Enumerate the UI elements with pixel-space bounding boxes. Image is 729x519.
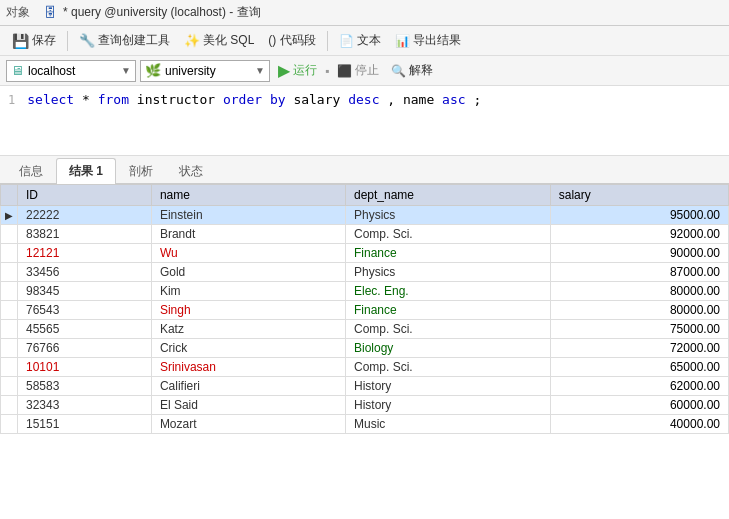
text-button[interactable]: 📄 文本: [333, 29, 387, 52]
sep1: [67, 31, 68, 51]
row-marker: [1, 301, 18, 320]
row-marker: [1, 225, 18, 244]
table-row[interactable]: 76766CrickBiology72000.00: [1, 339, 729, 358]
cell-salary: 95000.00: [550, 206, 728, 225]
query-line-1: 1 select * from instructor order by sala…: [8, 90, 721, 111]
kw-from: from: [98, 92, 129, 107]
header-name[interactable]: name: [151, 185, 345, 206]
db-value: university: [165, 64, 216, 78]
results-container[interactable]: ID name dept_name salary ▶22222EinsteinP…: [0, 184, 729, 519]
cell-name: Gold: [151, 263, 345, 282]
cell-salary: 65000.00: [550, 358, 728, 377]
cell-id: 22222: [18, 206, 152, 225]
cell-id: 76543: [18, 301, 152, 320]
result-tabs: 信息 结果 1 剖析 状态: [0, 156, 729, 184]
table-header-row: ID name dept_name salary: [1, 185, 729, 206]
kw-order: order: [223, 92, 262, 107]
cell-salary: 60000.00: [550, 396, 728, 415]
header-salary[interactable]: salary: [550, 185, 728, 206]
title-bar-content: 对象 🗄 * query @university (localhost) - 查…: [6, 4, 261, 21]
tab-result1[interactable]: 结果 1: [56, 158, 116, 184]
cell-name: El Said: [151, 396, 345, 415]
cell-salary: 75000.00: [550, 320, 728, 339]
cell-dept: Comp. Sci.: [345, 358, 550, 377]
query-builder-icon: 🔧: [79, 33, 95, 48]
table-row[interactable]: ▶22222EinsteinPhysics95000.00: [1, 206, 729, 225]
table-row[interactable]: 33456GoldPhysics87000.00: [1, 263, 729, 282]
cell-name: Katz: [151, 320, 345, 339]
cell-salary: 72000.00: [550, 339, 728, 358]
cell-dept: History: [345, 396, 550, 415]
table-row[interactable]: 15151MozartMusic40000.00: [1, 415, 729, 434]
cell-name: Kim: [151, 282, 345, 301]
beautify-button[interactable]: ✨ 美化 SQL: [178, 29, 260, 52]
query-editor[interactable]: 1 select * from instructor order by sala…: [0, 86, 729, 156]
cell-dept: Comp. Sci.: [345, 320, 550, 339]
cell-name: Mozart: [151, 415, 345, 434]
stop-button[interactable]: ⬛ 停止: [333, 60, 383, 81]
play-icon: ▶: [278, 61, 290, 80]
cell-id: 32343: [18, 396, 152, 415]
row-marker: [1, 244, 18, 263]
cell-id: 98345: [18, 282, 152, 301]
cell-dept: Comp. Sci.: [345, 225, 550, 244]
table-row[interactable]: 45565KatzComp. Sci.75000.00: [1, 320, 729, 339]
cell-dept: History: [345, 377, 550, 396]
row-marker: [1, 282, 18, 301]
row-marker: [1, 339, 18, 358]
host-selector[interactable]: 🖥 localhost ▼: [6, 60, 136, 82]
kw-asc: asc: [442, 92, 465, 107]
row-marker: [1, 377, 18, 396]
wand-icon: ✨: [184, 33, 200, 48]
cell-name: Srinivasan: [151, 358, 345, 377]
db-selector-icon: 🌿: [145, 63, 161, 78]
cell-dept: Physics: [345, 263, 550, 282]
main-content: 信息 结果 1 剖析 状态 ID name dept_name salary ▶…: [0, 156, 729, 519]
connection-bar: 🖥 localhost ▼ 🌿 university ▼ ▶ 运行 ▪ ⬛ 停止…: [0, 56, 729, 86]
export-button[interactable]: 📊 导出结果: [389, 29, 467, 52]
table-row[interactable]: 12121WuFinance90000.00: [1, 244, 729, 263]
kw-desc: desc: [348, 92, 379, 107]
cell-name: Singh: [151, 301, 345, 320]
row-marker: [1, 263, 18, 282]
cell-id: 45565: [18, 320, 152, 339]
code-block-button[interactable]: () 代码段: [262, 29, 321, 52]
tab-status[interactable]: 状态: [166, 158, 216, 184]
cell-id: 76766: [18, 339, 152, 358]
cell-name: Crick: [151, 339, 345, 358]
cell-dept: Music: [345, 415, 550, 434]
query-builder-button[interactable]: 🔧 查询创建工具: [73, 29, 176, 52]
host-icon: 🖥: [11, 63, 24, 78]
save-button[interactable]: 💾 保存: [6, 29, 62, 52]
table-row[interactable]: 98345KimElec. Eng.80000.00: [1, 282, 729, 301]
tab-profile[interactable]: 剖析: [116, 158, 166, 184]
cell-id: 83821: [18, 225, 152, 244]
explain-button[interactable]: 🔍 解释: [387, 60, 437, 81]
explain-icon: 🔍: [391, 64, 406, 78]
tab-info[interactable]: 信息: [6, 158, 56, 184]
separator-dot: ▪: [325, 64, 329, 78]
cell-id: 10101: [18, 358, 152, 377]
cell-salary: 40000.00: [550, 415, 728, 434]
run-button[interactable]: ▶ 运行: [274, 59, 321, 82]
header-dept[interactable]: dept_name: [345, 185, 550, 206]
line-number: 1: [8, 91, 15, 110]
table-row[interactable]: 83821BrandtComp. Sci.92000.00: [1, 225, 729, 244]
object-label: 对象: [6, 4, 30, 21]
tab-title: * query @university (localhost) - 查询: [63, 4, 261, 21]
cell-id: 33456: [18, 263, 152, 282]
header-marker: [1, 185, 18, 206]
cell-name: Brandt: [151, 225, 345, 244]
cell-id: 12121: [18, 244, 152, 263]
header-id[interactable]: ID: [18, 185, 152, 206]
row-marker: ▶: [1, 206, 18, 225]
table-row[interactable]: 58583CalifieriHistory62000.00: [1, 377, 729, 396]
db-selector[interactable]: 🌿 university ▼: [140, 60, 270, 82]
table-row[interactable]: 10101SrinivasanComp. Sci.65000.00: [1, 358, 729, 377]
text-icon: 📄: [339, 34, 354, 48]
table-row[interactable]: 76543SinghFinance80000.00: [1, 301, 729, 320]
cell-dept: Finance: [345, 244, 550, 263]
cell-salary: 80000.00: [550, 282, 728, 301]
table-row[interactable]: 32343El SaidHistory60000.00: [1, 396, 729, 415]
toolbar: 💾 保存 🔧 查询创建工具 ✨ 美化 SQL () 代码段 📄 文本 📊 导出结…: [0, 26, 729, 56]
